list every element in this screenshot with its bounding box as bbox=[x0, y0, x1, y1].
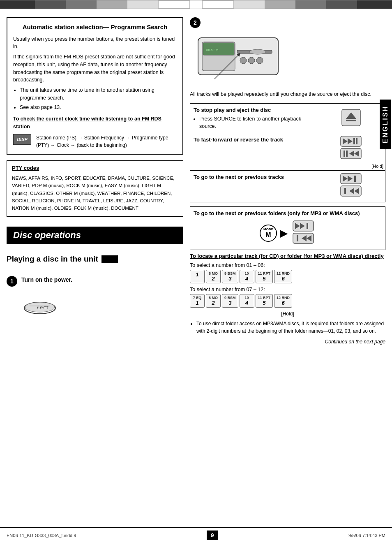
select-label-2: To select a number from 07 – 12: bbox=[190, 287, 385, 292]
num-btn-2-6[interactable]: 12 RND 6 bbox=[274, 294, 292, 308]
auto-station-li1: The unit takes some time to tune in to a… bbox=[20, 86, 177, 102]
locate-notes: To use direct folder access on MP3/WMA d… bbox=[190, 320, 385, 335]
op-desc-nextprev: To go to the next or previous tracks bbox=[190, 171, 317, 202]
hold-label-numbers: [Hold] bbox=[190, 311, 385, 317]
black-rect-decoration bbox=[101, 255, 118, 263]
svg-text:⏻/ATT: ⏻/ATT bbox=[37, 306, 48, 310]
svg-rect-41 bbox=[297, 235, 298, 241]
folder-arrow-icon: ▶ bbox=[280, 227, 288, 239]
top-decoration-strip bbox=[0, 0, 392, 9]
svg-rect-25 bbox=[346, 151, 348, 157]
disp-button: DISP bbox=[13, 134, 31, 145]
auto-station-li2: See also page 13. bbox=[20, 104, 177, 111]
bottom-left-text: EN06-11_KD-G333_003A_f.indd 9 bbox=[7, 533, 76, 538]
step2-circle: 2 bbox=[190, 17, 201, 28]
num-btn-2-5[interactable]: 11 RPT 5 bbox=[256, 294, 273, 308]
op-desc-stop-eject: To stop play and eject the disc Press SO… bbox=[190, 103, 317, 133]
page-number-box: 9 bbox=[207, 531, 218, 540]
english-sidebar-label: ENGLISH bbox=[380, 100, 391, 149]
num-btn-1-4[interactable]: 10 4 bbox=[240, 270, 254, 283]
power-btn-svg: ⏻/ATT bbox=[21, 296, 58, 318]
step1-label: Turn on the power. bbox=[21, 276, 72, 284]
num-btn-1-1[interactable]: 1 bbox=[190, 270, 205, 283]
folder-nextprev-svg bbox=[291, 220, 316, 246]
op-title-nextprev: To go to the next or previous tracks bbox=[194, 174, 284, 180]
op-icon-nextprev bbox=[317, 171, 385, 202]
num-btn-2-4[interactable]: 10 4 bbox=[240, 294, 254, 308]
svg-rect-24 bbox=[344, 151, 345, 157]
right-column: ENGLISH 2 88.5 bbox=[190, 17, 385, 519]
svg-text:88.5 FM: 88.5 FM bbox=[206, 48, 219, 52]
all-tracks-text: All tracks will be played repeatedly unt… bbox=[190, 90, 385, 98]
svg-point-9 bbox=[248, 57, 255, 64]
op-row-ffrev: To fast-forward or reverse the track bbox=[190, 133, 385, 171]
num-btn-1-2[interactable]: 8 MO 2 bbox=[206, 270, 221, 283]
disp-row: DISP Station name (PS) → Station Frequen… bbox=[13, 134, 177, 149]
num-btn-1-6[interactable]: 12 RND 6 bbox=[274, 270, 292, 283]
op-row-nextprev: To go to the next or previous tracks bbox=[190, 171, 385, 202]
disp-text: Station name (PS) → Station Frequency → … bbox=[36, 134, 177, 149]
svg-point-7 bbox=[249, 49, 266, 54]
auto-station-p1: Usually when you press the number button… bbox=[13, 35, 177, 51]
pty-content: NEWS, AFFAIRS, INFO, SPORT, EDUCATE, DRA… bbox=[12, 174, 178, 212]
num-btn-2-3[interactable]: 9 BSM 3 bbox=[222, 294, 238, 308]
op-list-stop-eject: Press SOURCE to listen to another playba… bbox=[194, 115, 314, 131]
auto-station-p2: If the signals from the FM RDS preset st… bbox=[13, 53, 177, 84]
folder-title: To go to the next or previous folders (o… bbox=[194, 210, 382, 216]
num-btn-1-5[interactable]: 11 RPT 5 bbox=[256, 270, 273, 283]
locate-notes-list: To use direct folder access on MP3/WMA d… bbox=[190, 320, 385, 335]
op-icon-ffrev: [Hold] bbox=[317, 133, 385, 171]
num-btn-2-1[interactable]: 7 EQ 1 bbox=[190, 294, 205, 308]
nextprev-button-svg bbox=[339, 172, 363, 199]
op-title-stop-eject: To stop play and eject the disc bbox=[194, 107, 271, 113]
step1-circle: 1 bbox=[7, 276, 17, 287]
auto-station-body: Usually when you press the number button… bbox=[13, 35, 177, 149]
auto-station-box: Automatic station selection— Programme S… bbox=[7, 17, 183, 155]
op-title-ffrev: To fast-forward or reverse the track bbox=[194, 137, 283, 143]
auto-station-list: The unit takes some time to tune in to a… bbox=[13, 86, 177, 111]
folder-row: MODE M ▶ bbox=[194, 220, 382, 246]
hold-label-ffrev: [Hold] bbox=[319, 164, 383, 169]
bottom-bar: EN06-11_KD-G333_003A_f.indd 9 9 9/5/06 7… bbox=[0, 527, 392, 542]
playing-disc-title: Playing a disc in the unit bbox=[7, 255, 183, 264]
auto-station-title: Automatic station selection— Programme S… bbox=[13, 23, 177, 31]
pty-title: PTY codes bbox=[12, 165, 178, 171]
left-column: Automatic station selection— Programme S… bbox=[7, 17, 183, 519]
disc-device-svg: 88.5 FM bbox=[194, 30, 284, 87]
ffrev-button-svg bbox=[339, 135, 363, 162]
page-content: Automatic station selection— Programme S… bbox=[0, 9, 392, 527]
eject-button-svg bbox=[340, 107, 362, 128]
num-btn-1-3[interactable]: 9 BSM 3 bbox=[222, 270, 238, 283]
svg-rect-15 bbox=[346, 120, 356, 121]
number-buttons-row-1: 1 8 MO 2 9 BSM 3 10 4 11 RPT 5 bbox=[190, 270, 385, 283]
locate-track-section: To locate a particular track (for CD) or… bbox=[190, 253, 385, 345]
folder-section: To go to the next or previous folders (o… bbox=[190, 206, 385, 250]
svg-rect-33 bbox=[344, 188, 346, 194]
disc-illustration-area: 2 88.5 FM bbox=[190, 17, 385, 87]
op-bullet-stop-eject: Press SOURCE to listen to another playba… bbox=[199, 115, 314, 131]
operations-table: To stop play and eject the disc Press SO… bbox=[190, 103, 385, 202]
disc-svg-container: 88.5 FM bbox=[194, 30, 284, 87]
op-row-stop-eject: To stop play and eject the disc Press SO… bbox=[190, 103, 385, 133]
mode-top-label: MODE bbox=[263, 227, 273, 231]
op-desc-ffrev: To fast-forward or reverse the track bbox=[190, 133, 317, 171]
mode-m-label: M bbox=[265, 231, 271, 239]
clock-link: To check the current clock time while li… bbox=[13, 115, 177, 131]
locate-notes-li1: To use direct folder access on MP3/WMA d… bbox=[196, 320, 385, 335]
select-label-1: To select a number from 01 – 06: bbox=[190, 262, 385, 268]
mode-button[interactable]: MODE M bbox=[260, 225, 277, 242]
locate-track-title: To locate a particular track (for CD) or… bbox=[190, 253, 385, 260]
disc-ops-header: Disc operations bbox=[7, 227, 183, 244]
svg-rect-20 bbox=[356, 138, 357, 144]
pty-box: PTY codes NEWS, AFFAIRS, INFO, SPORT, ED… bbox=[7, 160, 183, 217]
svg-rect-29 bbox=[354, 176, 356, 182]
step1-row: 1 Turn on the power. bbox=[7, 276, 183, 287]
bottom-right-text: 9/5/06 7:14:43 PM bbox=[348, 533, 385, 538]
continued-text: Continued on the next page bbox=[190, 339, 385, 345]
svg-point-10 bbox=[256, 57, 263, 64]
svg-rect-19 bbox=[353, 138, 355, 144]
num-btn-2-2[interactable]: 8 MO 2 bbox=[206, 294, 221, 308]
op-icon-stop-eject bbox=[317, 103, 385, 133]
svg-rect-37 bbox=[307, 223, 308, 229]
number-buttons-row-2: 7 EQ 1 8 MO 2 9 BSM 3 10 4 11 RPT 5 bbox=[190, 294, 385, 308]
